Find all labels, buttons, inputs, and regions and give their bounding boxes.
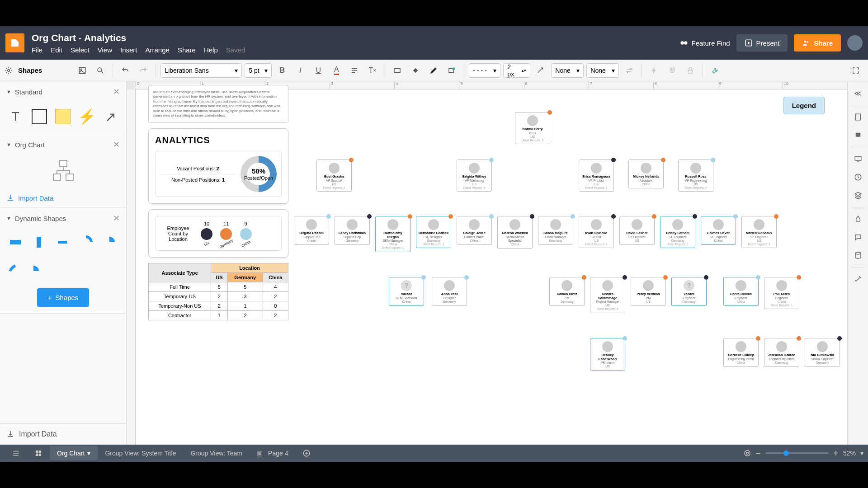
menu-share[interactable]: Share <box>178 46 196 54</box>
org-node[interactable]: ?VacantSEM SpecialistChina <box>389 277 424 306</box>
shape-options-button[interactable] <box>444 63 459 78</box>
shapes-label[interactable]: Shapes <box>18 66 42 74</box>
action-button[interactable] <box>646 63 662 78</box>
org-node[interactable]: Brigida WitheyVP MarketingUSDirect Repor… <box>457 160 492 192</box>
note-shape[interactable] <box>54 107 72 127</box>
present-panel-button[interactable] <box>850 151 866 167</box>
donut-chart[interactable]: 50%Posted/Open <box>241 156 277 192</box>
document-title[interactable]: Org Chart - Analytics <box>32 33 680 43</box>
close-icon[interactable]: ✕ <box>113 213 120 223</box>
redo-button[interactable] <box>136 63 151 78</box>
tab-groupview-team[interactable]: Group View: Team <box>183 446 250 460</box>
menu-view[interactable]: View <box>98 46 112 54</box>
menu-file[interactable]: File <box>32 46 42 54</box>
arrow-shape[interactable]: ↗ <box>101 107 120 127</box>
org-node[interactable]: ?VacantEngineerGermany <box>671 277 707 306</box>
pie-shape[interactable] <box>100 233 118 251</box>
dash-shape[interactable] <box>53 233 71 251</box>
add-page-button[interactable] <box>295 446 318 461</box>
org-node[interactable]: Bernadine GodsellSr. DesignerGermanyDire… <box>416 216 451 248</box>
org-node[interactable]: Debby LethemSr. EngineerGermanyDirect Re… <box>660 216 695 248</box>
swap-arrows-button[interactable] <box>622 63 637 78</box>
org-node[interactable]: Dorena WhebellSocial Media SpecialistChi… <box>497 216 533 249</box>
zoom-in-button[interactable]: + <box>833 448 839 459</box>
vacancy-metrics[interactable]: Vacant Positions: 2 Non-Posted Positions… <box>155 151 282 197</box>
square-shape[interactable] <box>30 107 49 127</box>
tab-page4[interactable]: ▣Page 4 <box>250 446 295 460</box>
import-data-link[interactable]: Import Data <box>0 188 126 207</box>
line-width-select[interactable]: 2 px▴▾ <box>503 63 530 78</box>
feature-find-button[interactable]: Feature Find <box>680 39 730 47</box>
menu-select[interactable]: Select <box>71 46 90 54</box>
orgchart-shape[interactable] <box>0 155 126 188</box>
canvas-area[interactable]: 012345678910 around an ever-changing emp… <box>127 81 847 445</box>
magic-button[interactable] <box>850 271 866 287</box>
zoom-slider[interactable] <box>765 452 829 454</box>
dynamic-section-header[interactable]: ▼ Dynamic Shapes ✕ <box>0 208 126 229</box>
add-shapes-button[interactable]: + Shapes <box>37 288 90 307</box>
font-select[interactable]: Liberation Sans▾ <box>160 63 242 78</box>
menu-insert[interactable]: Insert <box>120 46 137 54</box>
shape-border-button[interactable] <box>390 63 405 78</box>
fullscreen-button[interactable] <box>848 63 863 78</box>
text-options-button[interactable]: T✕ <box>365 63 380 78</box>
import-data-bottom[interactable]: Import Data <box>0 423 126 445</box>
node-ceo[interactable]: Norma Perry CEO US Direct Reports: 5 <box>515 112 550 144</box>
user-avatar[interactable] <box>847 35 863 51</box>
bar-shape[interactable] <box>6 233 24 251</box>
close-icon[interactable]: ✕ <box>113 140 120 150</box>
underline-button[interactable]: U <box>311 63 326 78</box>
share-button[interactable]: Share <box>794 34 841 52</box>
arc2-shape[interactable] <box>6 257 24 275</box>
view-grid-button[interactable] <box>27 446 50 461</box>
org-node[interactable]: Anna YostDesignerGermany <box>432 277 467 306</box>
org-node[interactable]: Holmes DeverSr. EngineerChina <box>701 216 736 245</box>
close-icon[interactable]: ✕ <box>113 87 120 97</box>
org-node[interactable]: David SellnerSr. EngineerUS <box>619 216 655 245</box>
collapse-rail-button[interactable]: ≪ <box>850 85 866 101</box>
legend-button[interactable]: Legend <box>783 97 825 114</box>
arrow-end-select[interactable]: None▾ <box>586 63 619 78</box>
image-button[interactable] <box>75 63 90 78</box>
org-node[interactable]: Jeremiah OaktonEngineering InternGermany <box>764 338 799 367</box>
org-node[interactable]: Percy VeltmanPMUS <box>631 277 666 306</box>
org-node[interactable]: Phil AcresEngineerChinaDirect Reports: 1 <box>764 277 799 309</box>
chat-button[interactable] <box>850 229 866 245</box>
org-node[interactable]: Matteo GobeauxSr. EngineerUSDirect Repor… <box>741 216 777 248</box>
zoom-value[interactable]: 52% <box>843 450 856 457</box>
org-node[interactable]: Best GrashaVP SupportUSDirect Reports: 2 <box>316 160 352 192</box>
present-button[interactable]: Present <box>736 34 788 52</box>
target-icon[interactable] <box>743 449 751 457</box>
orgchart-section-header[interactable]: ▼ Org Chart ✕ <box>0 134 126 155</box>
undo-button[interactable] <box>118 63 133 78</box>
text-shape[interactable]: T <box>6 107 25 127</box>
org-node[interactable]: Caleigh JerdeContent WriterChina <box>457 216 492 245</box>
bolt-shape[interactable]: ⚡ <box>78 107 96 127</box>
org-node[interactable]: Bernelle CubleyEngineering InternChina <box>723 338 759 367</box>
menu-edit[interactable]: Edit <box>51 46 62 54</box>
app-logo[interactable] <box>5 33 24 52</box>
history-button[interactable] <box>850 169 866 185</box>
align-button[interactable] <box>347 63 362 78</box>
org-node[interactable]: Kendra ScrammageProject ManagerUSDirect … <box>590 277 625 313</box>
fill-button[interactable] <box>408 63 423 78</box>
comments-panel-button[interactable] <box>850 127 866 143</box>
layers-button[interactable] <box>850 187 866 203</box>
menu-arrange[interactable]: Arrange <box>146 46 170 54</box>
arc-shape[interactable] <box>77 233 95 251</box>
org-node[interactable]: Camila HintzPMGermany <box>549 277 585 306</box>
org-node[interactable]: Bartholemy DurganSEM ManagerChinaDirect … <box>375 216 410 252</box>
org-node[interactable]: Nia GutkowskiSenior EngineerGermany <box>805 338 840 367</box>
tab-groupview-system[interactable]: Group View: System Title <box>98 446 183 460</box>
menu-help[interactable]: Help <box>204 46 218 54</box>
location-table[interactable]: Associate TypeLocation USGermanyChina Fu… <box>148 263 288 320</box>
line-style-select[interactable]: - - - -▾ <box>469 63 500 78</box>
org-node[interactable]: Berkley EsherwoodPM InternUS <box>590 338 625 371</box>
employee-location-chart[interactable]: Employee Count by Location 10US11Germany… <box>155 216 282 251</box>
magnet-button[interactable] <box>665 63 680 78</box>
org-node[interactable]: Russell RossVP EngineeringUSDirect Repor… <box>678 160 713 192</box>
search-button[interactable] <box>93 63 108 78</box>
tab-orgchart[interactable]: Org Chart ▾ <box>50 446 98 460</box>
bar-vert-shape[interactable] <box>30 233 48 251</box>
arrow-start-select[interactable]: None▾ <box>551 63 584 78</box>
